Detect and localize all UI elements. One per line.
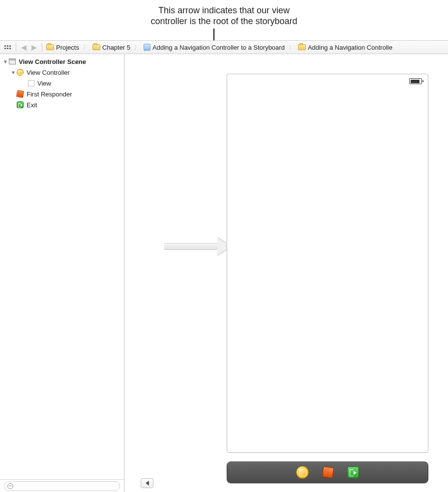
- storyboard-icon: [144, 44, 150, 51]
- breadcrumb-label: Adding a Navigation Controlle: [308, 44, 392, 51]
- viewcontroller-canvas-frame[interactable]: [227, 74, 428, 453]
- chevron-right-icon: 〉: [133, 44, 141, 51]
- triangle-left-icon: [146, 481, 149, 486]
- outline-label: View: [35, 80, 51, 87]
- outline-label: First Responder: [25, 91, 72, 98]
- document-outline: ▼ View Controller Scene ▼ View Controlle…: [0, 54, 124, 492]
- outline-scene-row[interactable]: ▼ View Controller Scene: [0, 56, 124, 67]
- outline-tree: ▼ View Controller Scene ▼ View Controlle…: [0, 54, 124, 479]
- breadcrumb-label: Projects: [56, 44, 79, 51]
- breadcrumb-project[interactable]: Adding a Navigation Controlle: [298, 44, 392, 51]
- scene-icon: [9, 59, 16, 64]
- outline-label: View Controller Scene: [17, 58, 86, 65]
- outline-footer: [0, 479, 124, 492]
- hide-document-outline-button[interactable]: [141, 478, 153, 488]
- breadcrumb-chapter[interactable]: Chapter 5: [92, 44, 130, 51]
- outline-viewcontroller-row[interactable]: ▼ View Controller: [0, 67, 124, 78]
- battery-fill: [411, 80, 419, 83]
- disclosure-triangle-icon[interactable]: ▼: [3, 59, 8, 64]
- folder-icon: [298, 44, 306, 50]
- outline-label: Exit: [25, 101, 37, 109]
- folder-icon: [92, 44, 100, 50]
- chevron-right-icon: 〉: [288, 44, 295, 51]
- divider: [16, 43, 16, 52]
- scene-dock: [227, 461, 428, 483]
- first-responder-icon: [16, 90, 24, 98]
- outline-firstresponder-row[interactable]: First Responder: [0, 89, 124, 99]
- viewcontroller-icon: [17, 69, 24, 76]
- forward-button[interactable]: ▶: [30, 43, 38, 51]
- jump-bar: ◀ ▶ Projects 〉 Chapter 5 〉 Adding a Navi…: [0, 40, 448, 54]
- view-icon: [28, 80, 34, 87]
- storyboard-canvas[interactable]: [124, 54, 448, 492]
- outline-filter-field[interactable]: [4, 481, 120, 491]
- breadcrumb-label: Adding a Navigation Controller to a Stor…: [152, 44, 285, 51]
- initial-viewcontroller-arrow[interactable]: [164, 239, 233, 254]
- annotation-caption: This arrow indicates that our view contr…: [0, 5, 448, 27]
- dock-viewcontroller-icon[interactable]: [296, 466, 309, 479]
- outline-view-row[interactable]: View: [0, 78, 124, 89]
- filter-icon: [7, 483, 13, 489]
- battery-icon: [409, 78, 422, 84]
- exit-icon: [17, 101, 24, 108]
- dock-first-responder-icon[interactable]: [322, 466, 334, 479]
- breadcrumb-label: Chapter 5: [102, 44, 130, 51]
- breadcrumb-projects[interactable]: Projects: [46, 44, 79, 51]
- disclosure-triangle-icon[interactable]: ▼: [11, 70, 16, 75]
- caption-line-2: controller is the root of the storyboard: [0, 16, 448, 27]
- arrow-shaft: [164, 243, 219, 250]
- dock-exit-icon[interactable]: [347, 466, 359, 478]
- back-button[interactable]: ◀: [20, 43, 28, 51]
- folder-icon: [46, 44, 54, 50]
- main-area: ▼ View Controller Scene ▼ View Controlle…: [0, 54, 448, 492]
- outline-label: View Controller: [25, 69, 70, 76]
- outline-exit-row[interactable]: Exit: [0, 99, 124, 110]
- related-items-button[interactable]: [3, 44, 12, 51]
- divider: [42, 43, 42, 52]
- caption-line-1: This arrow indicates that our view: [0, 5, 448, 16]
- chevron-right-icon: 〉: [82, 44, 90, 51]
- breadcrumb-storyboard[interactable]: Adding a Navigation Controller to a Stor…: [144, 44, 285, 51]
